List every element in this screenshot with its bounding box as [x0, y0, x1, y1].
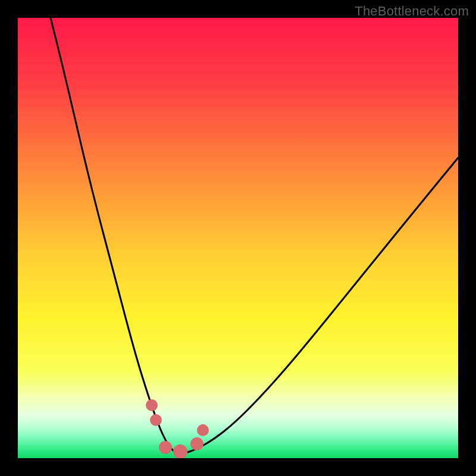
chart-frame: TheBottleneck.com: [0, 0, 476, 476]
watermark-text: TheBottleneck.com: [355, 4, 469, 19]
background-gradient: [18, 18, 458, 458]
plot-area: [18, 18, 458, 458]
